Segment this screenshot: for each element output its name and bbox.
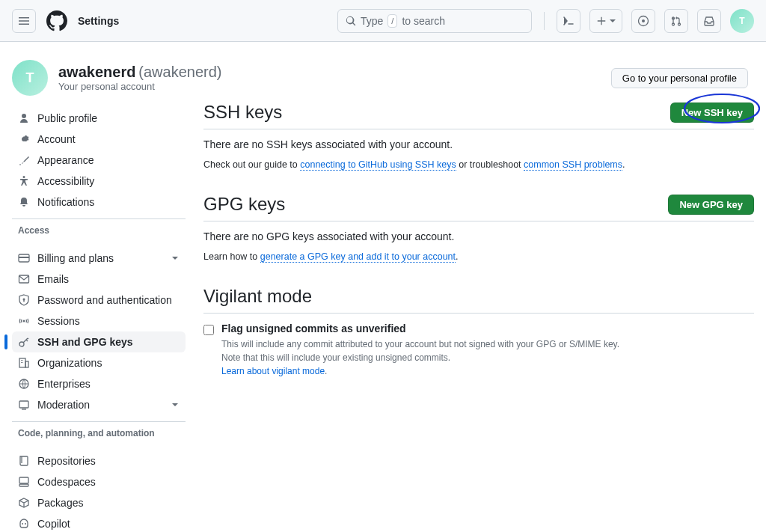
sidebar-label: Password and authentication — [37, 294, 172, 306]
sidebar-label: Account — [37, 133, 76, 145]
sidebar-item-password[interactable]: Password and authentication — [12, 290, 186, 311]
notifications-button[interactable] — [697, 9, 721, 33]
sidebar-item-account[interactable]: Account — [12, 129, 186, 150]
person-icon — [18, 112, 30, 124]
flag-unsigned-checkbox[interactable] — [203, 325, 214, 335]
report-icon — [18, 399, 30, 411]
sidebar-item-appearance[interactable]: Appearance — [12, 150, 186, 171]
sidebar-item-packages[interactable]: Packages — [12, 492, 186, 513]
sidebar-label: Public profile — [37, 112, 97, 124]
svg-rect-10 — [19, 401, 28, 408]
github-logo-icon[interactable] — [45, 9, 69, 33]
sidebar-item-repositories[interactable]: Repositories — [12, 450, 186, 471]
svg-rect-11 — [19, 477, 28, 483]
vigilant-checkbox-label: Flag unsigned commits as unverified — [221, 322, 619, 334]
chevron-down-icon — [171, 400, 180, 409]
create-new-button[interactable] — [589, 9, 622, 33]
svg-rect-12 — [19, 484, 28, 486]
new-ssh-key-button[interactable]: New SSH key — [670, 103, 754, 123]
user-avatar-button[interactable]: T — [730, 9, 754, 33]
svg-point-14 — [25, 523, 26, 525]
ssh-troubleshoot-link[interactable]: common SSH problems — [524, 159, 622, 171]
page-title: Settings — [78, 15, 119, 27]
mail-icon — [18, 273, 30, 285]
sidebar-item-billing[interactable]: Billing and plans — [12, 248, 186, 269]
text: Learn how to — [203, 251, 260, 262]
pull-requests-button[interactable] — [664, 9, 688, 33]
sidebar-label: Packages — [37, 497, 83, 509]
broadcast-icon — [18, 315, 30, 327]
hamburger-button[interactable] — [12, 9, 36, 33]
svg-rect-8 — [25, 361, 28, 367]
sidebar-item-copilot[interactable]: Copilot — [12, 513, 186, 532]
hamburger-icon — [18, 15, 30, 27]
vigilant-title: Vigilant mode — [203, 286, 312, 307]
sidebar-label: Accessibility — [37, 175, 94, 187]
sidebar-label: Copilot — [37, 518, 70, 530]
command-palette-button[interactable] — [557, 9, 580, 33]
ssh-section: SSH keys New SSH key There are no SSH ke… — [203, 102, 754, 170]
account-header: T awakenerd (awakenerd) Your personal ac… — [0, 42, 766, 102]
accessibility-icon — [18, 175, 30, 187]
gpg-learn-link[interactable]: generate a GPG key and add it to your ac… — [260, 251, 456, 263]
key-icon — [18, 336, 30, 348]
sidebar-item-notifications[interactable]: Notifications — [12, 192, 186, 213]
sidebar-item-sessions[interactable]: Sessions — [12, 311, 186, 331]
vigilant-section: Vigilant mode Flag unsigned commits as u… — [203, 286, 754, 378]
sidebar-item-moderation[interactable]: Moderation — [12, 394, 186, 415]
svg-point-13 — [22, 523, 23, 525]
sidebar-item-organizations[interactable]: Organizations — [12, 352, 186, 373]
shield-lock-icon — [18, 294, 30, 306]
gpg-empty-text: There are no GPG keys associated with yo… — [203, 230, 754, 242]
settings-sidebar: Public profile Account Appearance Access… — [12, 102, 186, 532]
sidebar-label: SSH and GPG keys — [37, 336, 133, 348]
chevron-down-icon — [171, 254, 180, 263]
search-kbd-icon: / — [387, 14, 397, 28]
ssh-title: SSH keys — [203, 102, 282, 123]
vigilant-learn-link[interactable]: Learn about vigilant mode — [221, 366, 325, 376]
paintbrush-icon — [18, 154, 30, 166]
sidebar-label: Moderation — [37, 399, 90, 411]
sidebar-item-enterprises[interactable]: Enterprises — [12, 373, 186, 394]
text: Note that this will include your existin… — [221, 352, 450, 363]
search-input[interactable]: Type / to search — [337, 9, 532, 33]
go-to-profile-button[interactable]: Go to your personal profile — [611, 68, 748, 88]
text: This will include any commit attributed … — [221, 339, 619, 349]
sidebar-heading-access: Access — [12, 218, 186, 242]
sidebar-label: Repositories — [37, 455, 96, 467]
copilot-icon — [18, 518, 30, 530]
sidebar-item-emails[interactable]: Emails — [12, 269, 186, 290]
text: or troubleshoot — [456, 159, 524, 170]
avatar-initials: T — [26, 70, 34, 86]
sidebar-item-public-profile[interactable]: Public profile — [12, 108, 186, 129]
new-gpg-key-button[interactable]: New GPG key — [668, 195, 754, 215]
text: . — [622, 159, 625, 170]
ssh-hint: Check out our guide to connecting to Git… — [203, 159, 754, 170]
search-placeholder-suffix: to search — [402, 15, 445, 27]
user-subtitle: Your personal account — [58, 81, 221, 92]
text: . — [325, 366, 327, 376]
sidebar-item-ssh-gpg-keys[interactable]: SSH and GPG keys — [12, 331, 186, 352]
gear-icon — [18, 133, 30, 145]
sidebar-label: Codespaces — [37, 476, 96, 488]
divider — [544, 12, 545, 30]
ssh-guide-link[interactable]: connecting to GitHub using SSH keys — [300, 159, 456, 171]
sidebar-label: Enterprises — [37, 378, 91, 390]
sidebar-label: Emails — [37, 273, 69, 285]
user-avatar: T — [12, 60, 48, 96]
sidebar-item-codespaces[interactable]: Codespaces — [12, 471, 186, 492]
codespaces-icon — [18, 476, 30, 488]
sidebar-label: Organizations — [37, 357, 102, 369]
vigilant-desc: This will include any commit attributed … — [221, 337, 619, 378]
search-placeholder-prefix: Type — [361, 15, 383, 27]
organization-icon — [18, 357, 30, 369]
gpg-section: GPG keys New GPG key There are no GPG ke… — [203, 194, 754, 262]
issue-icon — [637, 15, 649, 27]
ssh-empty-text: There are no SSH keys associated with yo… — [203, 138, 754, 150]
gpg-title: GPG keys — [203, 194, 285, 215]
globe-icon — [18, 378, 30, 390]
issues-button[interactable] — [631, 9, 655, 33]
terminal-icon — [563, 15, 574, 27]
text: Check out our guide to — [203, 159, 300, 170]
sidebar-item-accessibility[interactable]: Accessibility — [12, 171, 186, 192]
